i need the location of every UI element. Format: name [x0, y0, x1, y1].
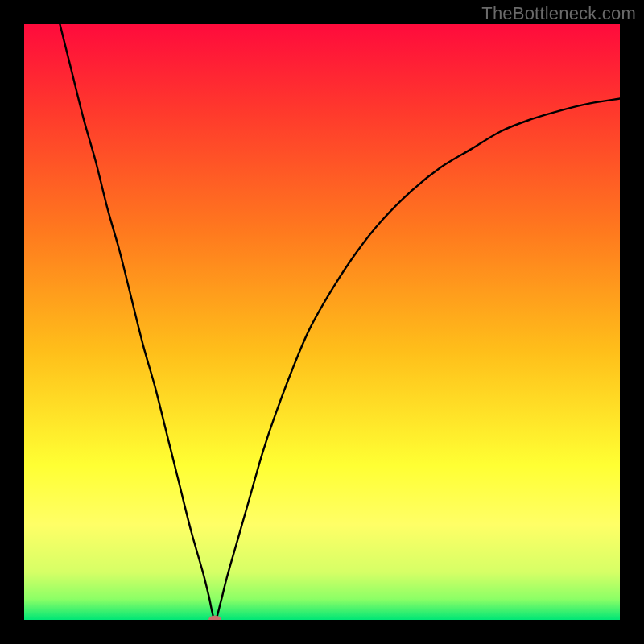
- background-gradient: [24, 24, 620, 620]
- svg-rect-0: [24, 24, 620, 620]
- plot-area: [24, 24, 620, 620]
- optimum-marker: [208, 616, 221, 621]
- chart-frame: TheBottleneck.com: [0, 0, 644, 644]
- watermark-text: TheBottleneck.com: [481, 3, 636, 24]
